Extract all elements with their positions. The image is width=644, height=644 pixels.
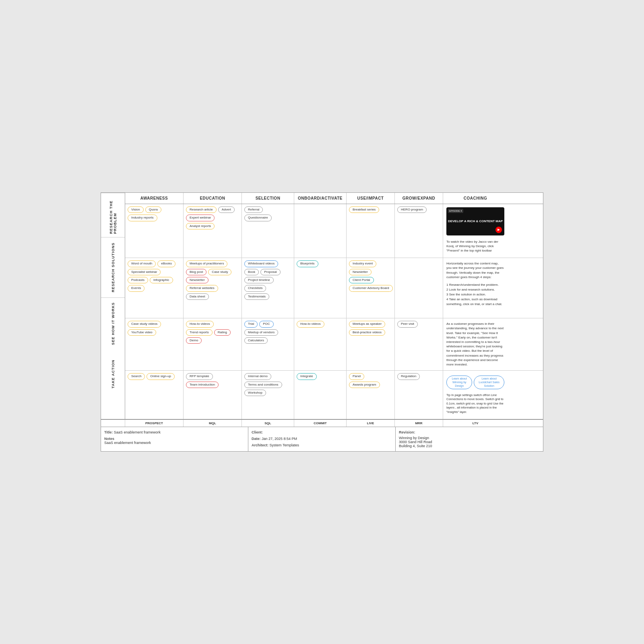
tag-meetup-vendors: Meetup of vendors [244,329,278,336]
cell-ta-awareness: Search Online sign-up [125,371,184,419]
tag-vision: Vision [128,206,144,213]
cell-sh-education: How-to videos Trend reports Rating Demo [184,318,242,370]
tag-rfp-template: RFP template [186,373,213,380]
tag-breakfast-series: Breakfast series [349,206,379,213]
tag-infographic: Infographic [150,277,173,283]
tag-panel: Panel [349,373,364,380]
cell-rs-awareness: Word of mouth eBooks Specialist webinar … [125,258,184,318]
tag-regulation: Regulation [397,373,420,380]
cell-ta-selection: Internal demo Terms and conditions Works… [242,371,294,419]
tag-expert-webinar: Expert webinar [186,215,215,221]
tag-testimonials: Testimonials [244,293,269,300]
tag-research-article: Research article [186,206,217,213]
cell-rs-grow [395,258,443,318]
row-label-research-solutions: RESEARCH SOLUTIONS [101,237,125,297]
col-header-grow: GROW/EXPAND [395,193,443,204]
footer-date-value: Jan 27, 2025 8:54 PM [262,437,297,441]
tag-awards-program: Awards program [349,382,380,388]
tag-trial: Trial [244,321,258,327]
tag-analyst-reports: Analyst reports [186,223,215,229]
stage-live: LIVE [347,420,395,427]
cell-sh-grow: Peer visit [395,318,443,370]
tag-blueprints: Blueprints [297,260,318,267]
tag-quora: Quora [145,206,161,213]
tag-how-to-videos-onboard: How-to videos [297,321,324,327]
tag-book: Book [244,269,259,275]
tag-ebooks: eBooks [157,260,175,267]
stage-labels: PROSPECT MQL SQL COMMIT LIVE MRR LTV [101,419,543,427]
grid-rows: Vision Quora Industry reports Research a… [125,204,543,419]
cell-rp-coaching: EPISODE 4 DEVELOP A RICH & CONTENT MAP ▶… [443,204,508,258]
row-see-how: Case study videos YouTube video How-to v… [125,318,543,371]
video-play-button[interactable]: ▶ [495,227,502,233]
tag-word-of-mouth: Word of mouth [128,260,156,267]
cell-rs-selection: Whiteboard videos Book Proposal Project … [242,258,294,318]
tag-poc: POC [259,321,273,327]
footer-box: Title: SaaS enablement framework Notes S… [101,427,543,451]
tag-how-to-videos-ed: How-to videos [186,321,214,327]
coaching-steps: 1 Research/understand the problem.2 Look… [446,283,504,307]
tag-meetups-practitioners: Meetups of practitioners [186,260,227,267]
footer-title-value: SaaS enablement framework [114,430,161,434]
link-lucidchart[interactable]: Learn about Lucidchart Sales Solution [474,376,504,389]
footer-notes-label: Notes [104,437,114,441]
tag-meetups-speaker: Meetups as speaker [349,321,385,327]
coaching-para3: As a customer progresses in their unders… [446,322,504,367]
tag-internal-demo: Internal demo [244,373,271,380]
col-header-selection: SELECTION [242,193,294,204]
tag-data-sheet: Data sheet [186,293,209,300]
tag-peer-visit: Peer visit [397,321,418,327]
tag-hero-program: HERO program [397,206,427,213]
cell-sh-onboard: How-to videos [294,318,347,370]
cell-ta-grow: Regulation [395,371,443,419]
footer-title-label: Title: [104,430,113,434]
coaching-links: Learn about Winning by Design Learn abou… [446,376,504,389]
tag-search: Search [128,373,145,380]
col-headers: AWARENESS EDUCATION SELECTION ONBOARD/AC… [125,193,543,204]
tag-client-portal: Client Portal [349,277,374,283]
tag-online-signup: Online sign-up [147,373,175,380]
stage-prospect: PROSPECT [125,420,184,427]
row-take-action: Search Online sign-up RFP template Team … [125,371,543,419]
tag-specialist-webinar: Specialist webinar [128,269,161,275]
coaching-para2: Horizontally across the content map, you… [446,261,504,279]
cell-rp-awareness: Vision Quora Industry reports [125,204,184,258]
stage-blank [101,420,125,427]
page-container: RESEARCH THE PROBLEM RESEARCH SOLUTIONS … [101,192,543,452]
tag-case-study-videos: Case study videos [128,321,161,327]
footer-architect-value: System Templates [270,443,299,447]
row-labels: RESEARCH THE PROBLEM RESEARCH SOLUTIONS … [101,193,125,419]
cell-ta-onboard: Integrate [294,371,347,419]
tag-integrate: Integrate [297,373,317,380]
link-winning-design[interactable]: Learn about Winning by Design [446,376,472,389]
tag-events: Events [128,285,144,291]
row-research-problem: Vision Quora Industry reports Research a… [125,204,543,258]
cell-ta-coaching: Learn about Winning by Design Learn abou… [443,371,508,419]
tag-team-introduction: Team introduction [186,382,219,388]
tag-workshop: Workshop [244,390,266,396]
tag-whiteboard-videos: Whiteboard videos [244,260,278,267]
tag-advert: Advert [218,206,235,213]
footer-client: Client: Date: Jan 27, 2025 8:54 PM Archi… [248,427,396,451]
video-badge: EPISODE 4 [448,209,463,213]
tag-best-practice: Best-practice videos [349,329,385,336]
tag-project-timeline: Project timeline [244,277,274,283]
cell-sh-selection: Trial POC Meetup of vendors Calculators [242,318,294,370]
cell-rp-use: Breakfast series [347,204,395,258]
video-thumbnail[interactable]: EPISODE 4 DEVELOP A RICH & CONTENT MAP ▶ [446,207,504,235]
row-research-solutions: Word of mouth eBooks Specialist webinar … [125,258,543,318]
cell-sh-coaching: As a customer progresses in their unders… [443,318,508,370]
coaching-tip: Tip In page settings switch off/on Line … [446,393,504,415]
tag-blog-post: Blog post [186,269,206,275]
cell-rp-selection: Referral Questionnaire [242,204,294,258]
cell-sh-awareness: Case study videos YouTube video [125,318,184,370]
footer-notes: Title: SaaS enablement framework Notes S… [101,427,248,451]
cell-sh-use: Meetups as speaker Best-practice videos [347,318,395,370]
footer-revision-value: Winning by Design 3000 Sand Hill Road Bu… [399,436,432,448]
tag-case-study: Case study [208,269,231,275]
row-label-take-action: TAKE ACTION [101,350,125,398]
footer-client-label: Client: [252,430,263,434]
tag-referral: Referral [244,206,263,213]
footer-notes-value: SaaS enablement framework [104,441,151,445]
stage-sql: SQL [242,420,294,427]
